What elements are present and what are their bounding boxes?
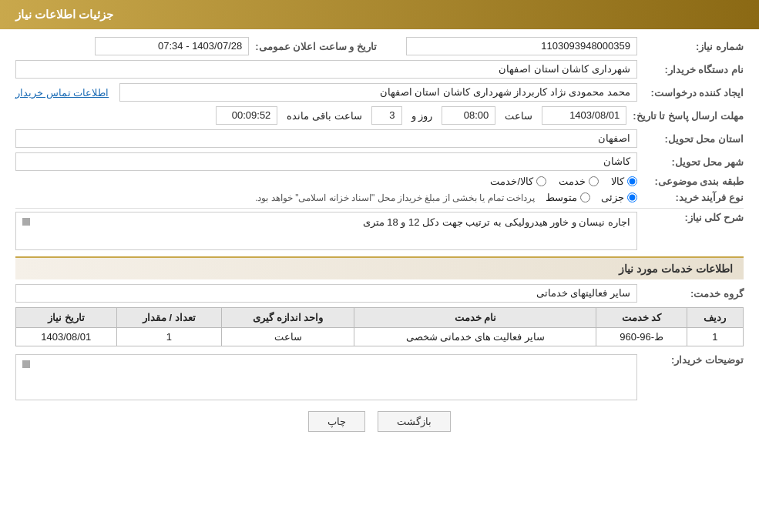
notes-resize-handle [22, 360, 30, 368]
page-wrapper: جزئیات اطلاعات نیاز شماره نیاز: 11030939… [0, 0, 759, 532]
contact-link[interactable]: اطلاعات تماس خریدار [15, 87, 109, 99]
process-radio-partial-input[interactable] [627, 192, 637, 202]
creator-label: ایجاد کننده درخواست: [643, 87, 744, 99]
service-group-value: سایر فعالیتهای خدماتی [15, 284, 637, 303]
subject-radio-both-input[interactable] [536, 176, 546, 186]
announce-datetime-value: 1403/07/28 - 07:34 [95, 37, 249, 55]
city-row: شهر محل تحویل: کاشان [15, 152, 744, 171]
reply-days-label: روز و [411, 110, 433, 122]
buyer-notes-label: توضیحات خریدار: [643, 354, 744, 366]
cell-qty: 1 [116, 328, 222, 346]
need-number-row: شماره نیاز: 1103093948000359 تاریخ و ساع… [15, 37, 744, 55]
subject-radio-service-label: خدمت [559, 176, 586, 187]
reply-time-label: ساعت [505, 110, 532, 122]
cell-name: سایر فعالیت های خدماتی شخصی [354, 328, 596, 346]
back-button[interactable]: بازگشت [378, 411, 451, 432]
buyer-notes-row: توضیحات خریدار: [15, 354, 744, 400]
process-radio-medium-input[interactable] [580, 192, 590, 202]
col-qty: تعداد / مقدار [116, 308, 222, 328]
table-header: ردیف کد خدمت نام خدمت واحد اندازه گیری ت… [16, 308, 744, 328]
remaining-time-label: ساعت باقی مانده [287, 110, 361, 122]
need-description-value: اجاره نیسان و خاور هیدرولیکی به ترتیب جه… [15, 212, 637, 250]
subject-radio-both-label: کالا/خدمت [490, 176, 533, 187]
subject-radio-service: خدمت [559, 176, 599, 187]
process-radio-medium-label: متوسط [546, 192, 577, 203]
buyer-notes-box [15, 354, 637, 400]
subject-radio-goods-input[interactable] [627, 176, 637, 186]
table-row: 1 ط-96-960 سایر فعالیت های خدماتی شخصی س… [16, 328, 744, 346]
col-row-num: ردیف [687, 308, 743, 328]
col-date: تاریخ نیاز [16, 308, 117, 328]
creator-row: ایجاد کننده درخواست: محمد محمودی نژاد کا… [15, 83, 744, 102]
process-row: نوع فرآیند خرید: جزئی متوسط پرداخت تمام … [15, 192, 744, 203]
services-section-title: اطلاعات خدمات مورد نیاز [15, 256, 744, 279]
process-radio-medium: متوسط [546, 192, 590, 203]
service-group-label: گروه خدمت: [643, 288, 744, 299]
province-label: استان محل تحویل: [643, 133, 744, 145]
buttons-row: بازگشت چاپ [15, 411, 744, 432]
resize-handle [22, 218, 30, 226]
cell-row-num: 1 [687, 328, 743, 346]
subject-radio-group: کالا خدمت کالا/خدمت [490, 176, 637, 187]
subject-label: طبقه بندی موضوعی: [643, 176, 744, 187]
process-note: پرداخت تمام یا بخشی از مبلغ خریداز محل "… [255, 192, 535, 203]
province-value: اصفهان [15, 129, 637, 148]
cell-code: ط-96-960 [596, 328, 687, 346]
process-options: جزئی متوسط پرداخت تمام یا بخشی از مبلغ خ… [255, 192, 637, 203]
table-header-row: ردیف کد خدمت نام خدمت واحد اندازه گیری ت… [16, 308, 744, 328]
remaining-value: 00:09:52 [216, 106, 277, 125]
reply-days-value: 3 [371, 106, 402, 125]
col-code: کد خدمت [596, 308, 687, 328]
page-title: جزئیات اطلاعات نیاز [15, 8, 113, 21]
announce-datetime-label: تاریخ و ساعت اعلان عمومی: [255, 41, 377, 52]
subject-row: طبقه بندی موضوعی: کالا خدمت کالا/خدمت [15, 176, 744, 187]
service-group-row: گروه خدمت: سایر فعالیتهای خدماتی [15, 284, 744, 303]
buyer-name-row: نام دستگاه خریدار: شهرداری کاشان استان ا… [15, 60, 744, 79]
reply-date-value: 1403/08/01 [542, 106, 626, 125]
subject-radio-service-input[interactable] [589, 176, 599, 186]
subject-radio-both: کالا/خدمت [490, 176, 546, 187]
buyer-name-label: نام دستگاه خریدار: [643, 64, 744, 75]
need-description-row: شرح کلی نیاز: اجاره نیسان و خاور هیدرولی… [15, 212, 744, 250]
reply-deadline-label: مهلت ارسال پاسخ تا تاریخ: [633, 110, 744, 122]
print-button[interactable]: چاپ [308, 411, 365, 432]
province-row: استان محل تحویل: اصفهان [15, 129, 744, 148]
buyer-name-value: شهرداری کاشان استان اصفهان [15, 60, 637, 79]
subject-radio-goods-label: کالا [611, 176, 624, 187]
col-name: نام خدمت [354, 308, 596, 328]
page-header: جزئیات اطلاعات نیاز [0, 0, 759, 29]
process-radio-partial: جزئی [601, 192, 637, 203]
city-value: کاشان [15, 152, 637, 171]
process-radio-partial-label: جزئی [601, 192, 624, 203]
process-label: نوع فرآیند خرید: [643, 192, 744, 203]
table-body: 1 ط-96-960 سایر فعالیت های خدماتی شخصی س… [16, 328, 744, 346]
creator-value: محمد محمودی نژاد کاربرداز شهرداری کاشان … [119, 83, 637, 102]
cell-unit: ساعت [222, 328, 354, 346]
reply-deadline-row: مهلت ارسال پاسخ تا تاریخ: 1403/08/01 ساع… [15, 106, 744, 125]
need-number-label: شماره نیاز: [643, 41, 744, 52]
services-table: ردیف کد خدمت نام خدمت واحد اندازه گیری ت… [15, 307, 744, 346]
cell-date: 1403/08/01 [16, 328, 117, 346]
reply-time-value: 08:00 [442, 106, 495, 125]
subject-radio-goods: کالا [611, 176, 637, 187]
col-unit: واحد اندازه گیری [222, 308, 354, 328]
need-description-label: شرح کلی نیاز: [643, 212, 744, 223]
city-label: شهر محل تحویل: [643, 156, 744, 168]
content-area: شماره نیاز: 1103093948000359 تاریخ و ساع… [0, 29, 759, 440]
need-number-value: 1103093948000359 [406, 37, 637, 55]
